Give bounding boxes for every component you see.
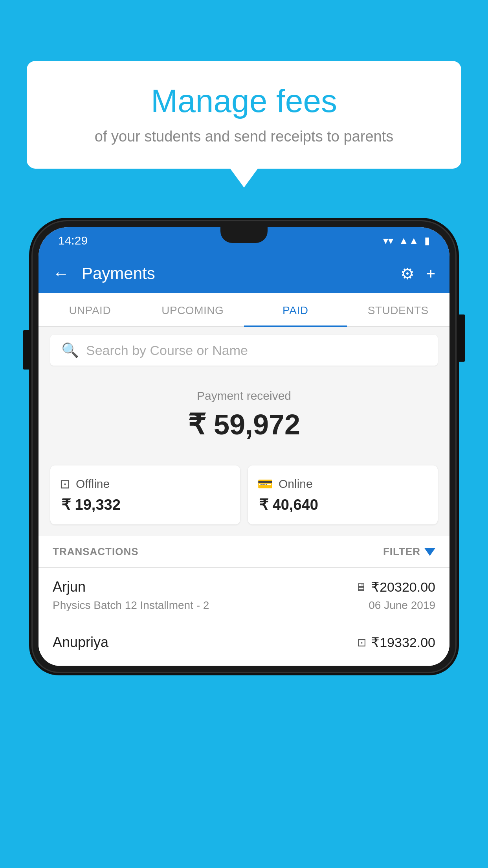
transaction-amount: ₹19332.00	[371, 634, 435, 650]
payment-received-section: Payment received ₹ 59,972	[39, 373, 449, 465]
payment-cards: ⊡ Offline ₹ 19,332 💳 Online ₹ 40,640	[39, 465, 449, 536]
status-time: 14:29	[58, 234, 88, 247]
offline-card: ⊡ Offline ₹ 19,332	[50, 465, 240, 524]
speech-bubble-subtitle: of your students and send receipts to pa…	[50, 128, 438, 145]
transaction-amount-wrapper: 🖥 ₹20320.00	[355, 579, 435, 595]
settings-button[interactable]: ⚙	[400, 265, 415, 283]
filter-button[interactable]: FILTER	[383, 546, 435, 558]
online-icon: 💳	[257, 476, 273, 491]
online-amount: ₹ 40,640	[257, 496, 428, 513]
status-icons: ▾▾ ▲▲ ▮	[383, 235, 430, 247]
search-icon: 🔍	[61, 342, 79, 359]
phone-notch	[220, 227, 268, 243]
transaction-course: Physics Batch 12 Installment - 2	[53, 599, 209, 612]
transaction-date: 06 June 2019	[369, 599, 435, 612]
online-card-header: 💳 Online	[257, 476, 428, 491]
tab-paid[interactable]: PAID	[244, 293, 347, 326]
transaction-row[interactable]: Arjun 🖥 ₹20320.00 Physics Batch 12 Insta…	[39, 568, 449, 623]
search-container: 🔍 Search by Course or Name	[39, 327, 449, 373]
transaction-name: Arjun	[53, 579, 86, 595]
speech-bubble-title: Manage fees	[50, 83, 438, 120]
offline-label: Offline	[76, 477, 110, 491]
transaction-payment-icon: 🖥	[355, 581, 366, 594]
transaction-row[interactable]: Anupriya ⊡ ₹19332.00	[39, 623, 449, 666]
back-button[interactable]: ←	[53, 264, 69, 283]
add-button[interactable]: +	[426, 265, 435, 283]
battery-icon: ▮	[424, 235, 430, 247]
search-input[interactable]: Search by Course or Name	[86, 343, 248, 358]
speech-bubble-container: Manage fees of your students and send re…	[27, 61, 461, 169]
transaction-bottom: Physics Batch 12 Installment - 2 06 June…	[53, 599, 435, 612]
signal-icon: ▲▲	[399, 235, 419, 247]
payment-received-amount: ₹ 59,972	[50, 408, 438, 441]
online-label: Online	[279, 477, 313, 491]
wifi-icon: ▾▾	[383, 235, 393, 247]
transaction-top: Anupriya ⊡ ₹19332.00	[53, 634, 435, 651]
tab-upcoming[interactable]: UPCOMING	[141, 293, 244, 326]
transaction-name: Anupriya	[53, 634, 108, 651]
phone-outer: 14:29 ▾▾ ▲▲ ▮ ← Payments ⚙ + UNPAID UP	[31, 220, 457, 673]
tabs-bar: UNPAID UPCOMING PAID STUDENTS	[39, 293, 449, 327]
search-box[interactable]: 🔍 Search by Course or Name	[50, 335, 438, 366]
online-card: 💳 Online ₹ 40,640	[248, 465, 438, 524]
filter-icon	[424, 548, 435, 556]
tab-students[interactable]: STUDENTS	[347, 293, 450, 326]
tab-unpaid[interactable]: UNPAID	[39, 293, 141, 326]
transaction-amount: ₹20320.00	[371, 579, 435, 595]
payment-received-label: Payment received	[50, 389, 438, 403]
app-title: Payments	[82, 264, 391, 283]
app-bar-actions: ⚙ +	[400, 265, 435, 283]
transaction-payment-icon: ⊡	[357, 636, 366, 649]
transaction-top: Arjun 🖥 ₹20320.00	[53, 579, 435, 595]
app-bar: ← Payments ⚙ +	[39, 254, 449, 293]
phone-screen: 14:29 ▾▾ ▲▲ ▮ ← Payments ⚙ + UNPAID UP	[39, 227, 449, 666]
offline-card-header: ⊡ Offline	[60, 476, 231, 491]
transactions-header: TRANSACTIONS FILTER	[39, 536, 449, 568]
transactions-label: TRANSACTIONS	[53, 546, 139, 558]
transaction-amount-wrapper: ⊡ ₹19332.00	[357, 634, 435, 650]
speech-bubble: Manage fees of your students and send re…	[27, 61, 461, 169]
offline-amount: ₹ 19,332	[60, 496, 231, 513]
phone-wrapper: 14:29 ▾▾ ▲▲ ▮ ← Payments ⚙ + UNPAID UP	[31, 220, 457, 868]
filter-label: FILTER	[383, 546, 420, 558]
offline-icon: ⊡	[60, 476, 70, 491]
